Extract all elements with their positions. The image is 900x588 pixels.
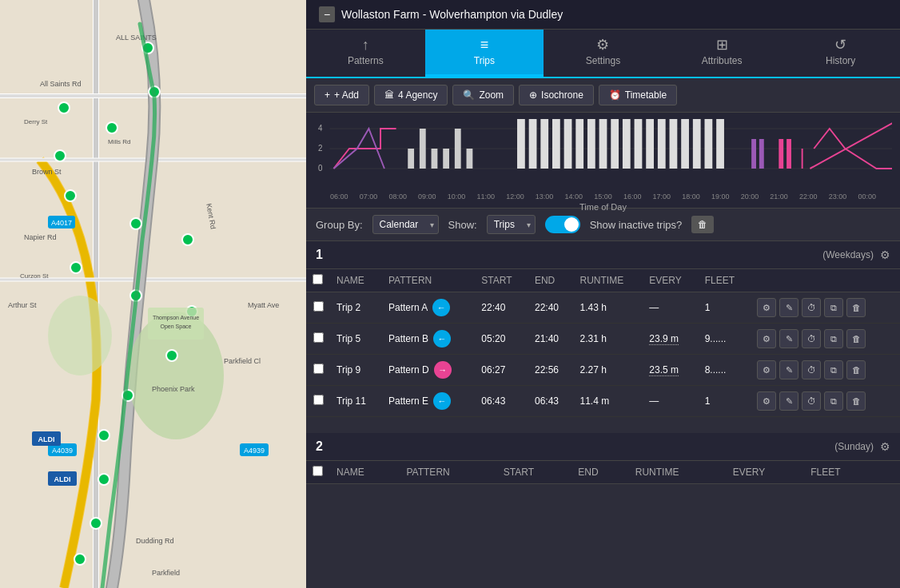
- agency-button[interactable]: 🏛 4 Agency: [374, 85, 448, 105]
- timetable-icon: ⏰: [609, 89, 621, 101]
- trip2-settings-btn[interactable]: ⚙: [757, 298, 776, 317]
- trip5-delete-btn[interactable]: 🗑: [846, 329, 866, 348]
- isochrone-button[interactable]: ⊕ Isochrone: [519, 85, 594, 105]
- chart-label: Time of Day: [314, 202, 892, 212]
- trip9-settings-btn[interactable]: ⚙: [757, 360, 776, 379]
- trips-icon: ≡: [480, 38, 489, 52]
- header2-runtime: RUNTIME: [629, 461, 727, 484]
- row-checkbox-cell: [306, 324, 330, 355]
- tab-settings[interactable]: ⚙ Settings: [544, 30, 663, 77]
- trip2-every: —: [643, 292, 698, 324]
- header-pattern: PATTERN: [382, 269, 475, 292]
- trip5-copy-btn[interactable]: ⧉: [824, 329, 843, 348]
- inactive-trips-toggle[interactable]: [545, 216, 580, 233]
- svg-text:A4939: A4939: [244, 447, 265, 455]
- svg-text:0: 0: [318, 164, 323, 173]
- trip2-delete-btn[interactable]: 🗑: [846, 298, 866, 317]
- trip11-fleet: 1: [699, 386, 751, 417]
- trip2-pattern: Pattern A ←: [382, 292, 475, 324]
- trip9-actions: ⚙ ✎ ⏱ ⧉ 🗑: [751, 355, 900, 386]
- select-all-checkbox-2[interactable]: [313, 466, 323, 476]
- trip5-checkbox[interactable]: [313, 332, 324, 343]
- select-all-checkbox[interactable]: [313, 274, 323, 284]
- trip9-checkbox[interactable]: [313, 364, 324, 374]
- svg-point-24: [98, 430, 110, 441]
- trip2-checkbox[interactable]: [313, 301, 324, 312]
- trip11-settings-btn[interactable]: ⚙: [757, 391, 776, 411]
- svg-rect-70: [552, 119, 560, 169]
- trip9-clock-btn[interactable]: ⏱: [802, 360, 821, 379]
- tab-patterns[interactable]: ↑ Patterns: [306, 30, 425, 77]
- trip9-every: 23.5 m: [643, 355, 698, 386]
- svg-rect-71: [564, 119, 572, 169]
- trip5-clock-btn[interactable]: ⏱: [802, 329, 821, 348]
- svg-point-13: [58, 102, 70, 113]
- group2-number: 2: [316, 439, 323, 454]
- minimize-button[interactable]: −: [319, 6, 335, 22]
- svg-point-27: [74, 554, 86, 565]
- trip5-settings-btn[interactable]: ⚙: [757, 329, 776, 348]
- trip9-delete-btn[interactable]: 🗑: [846, 360, 866, 379]
- trip2-edit-btn[interactable]: ✎: [779, 298, 798, 317]
- svg-rect-83: [705, 119, 713, 169]
- trip9-runtime: 2.27 h: [574, 355, 643, 386]
- trip9-fleet: 8......: [699, 355, 751, 386]
- trip5-pattern: Pattern B ←: [382, 324, 475, 355]
- header2-fleet: FLEET: [804, 461, 878, 484]
- svg-text:Myatt Ave: Myatt Ave: [248, 301, 279, 309]
- add-button[interactable]: + + Add: [314, 85, 369, 105]
- group-by-select[interactable]: Calendar: [372, 215, 439, 234]
- svg-rect-87: [779, 139, 783, 169]
- group1-period: (Weekdays): [822, 249, 874, 260]
- trip9-copy-btn[interactable]: ⧉: [824, 360, 843, 379]
- trip5-every-value[interactable]: 23.9 m: [649, 333, 679, 345]
- trip11-arrow: ←: [433, 392, 451, 410]
- trip2-clock-btn[interactable]: ⏱: [802, 298, 821, 317]
- trip11-delete-btn[interactable]: 🗑: [846, 391, 866, 411]
- show-label: Show:: [448, 219, 477, 231]
- trip9-every-value[interactable]: 23.5 m: [649, 364, 679, 376]
- tab-attributes[interactable]: ⊞ Attributes: [663, 30, 782, 77]
- trip2-arrow: ←: [432, 299, 450, 316]
- history-icon: ↺: [834, 38, 846, 52]
- group1-settings-button[interactable]: ⚙: [880, 248, 890, 261]
- route-title: Wollaston Farm - Wolverhampton via Dudle…: [341, 8, 563, 21]
- tab-trips[interactable]: ≡ Trips: [425, 30, 544, 77]
- svg-text:A4017: A4017: [51, 219, 72, 227]
- svg-point-16: [65, 190, 76, 201]
- trip9-start: 06:27: [475, 355, 528, 386]
- settings-icon: ⚙: [596, 38, 609, 52]
- svg-rect-82: [693, 119, 701, 169]
- show-select[interactable]: Trips: [487, 215, 536, 234]
- svg-rect-69: [540, 119, 548, 169]
- tab-history[interactable]: ↺ History: [781, 30, 900, 77]
- svg-rect-68: [529, 119, 537, 169]
- group2-period: (Sunday): [834, 441, 874, 452]
- row-checkbox-cell: [306, 292, 330, 324]
- right-panel: − Wollaston Farm - Wolverhampton via Dud…: [306, 0, 900, 588]
- header-name: NAME: [330, 269, 382, 292]
- svg-rect-77: [635, 119, 643, 169]
- trip5-arrow: ←: [433, 330, 451, 348]
- header2-every: EVERY: [727, 461, 804, 484]
- delete-button[interactable]: 🗑: [691, 216, 714, 233]
- svg-text:Thompson Avenue: Thompson Avenue: [153, 315, 199, 321]
- header-end: END: [528, 269, 574, 292]
- trip2-copy-btn[interactable]: ⧉: [824, 298, 843, 317]
- svg-text:Parkfield Cl: Parkfield Cl: [224, 357, 261, 365]
- spacer: [306, 417, 900, 433]
- trip9-edit-btn[interactable]: ✎: [779, 360, 798, 379]
- group2-settings-button[interactable]: ⚙: [880, 440, 890, 453]
- trip5-edit-btn[interactable]: ✎: [779, 329, 798, 348]
- trip5-every: 23.9 m: [643, 324, 698, 355]
- trip11-clock-btn[interactable]: ⏱: [802, 391, 821, 411]
- row-checkbox-cell: [306, 386, 330, 417]
- zoom-button[interactable]: 🔍 Zoom: [452, 85, 514, 105]
- timetable-button[interactable]: ⏰ Timetable: [599, 85, 677, 105]
- trip11-checkbox[interactable]: [313, 395, 324, 405]
- trip11-copy-btn[interactable]: ⧉: [824, 391, 843, 411]
- svg-text:Open Space: Open Space: [161, 324, 192, 330]
- svg-rect-63: [432, 149, 438, 169]
- trip11-edit-btn[interactable]: ✎: [779, 391, 798, 411]
- header-every: EVERY: [643, 269, 698, 292]
